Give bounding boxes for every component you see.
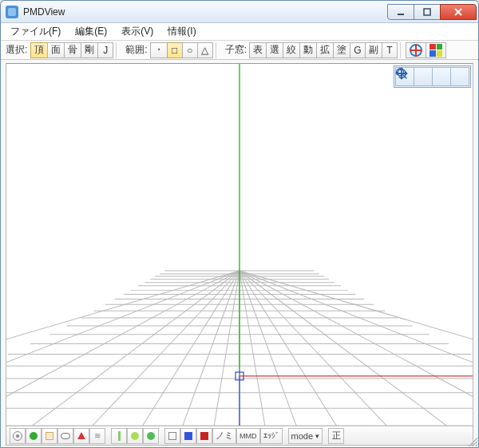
svg-rect-1	[424, 9, 430, 15]
green-dot-icon	[30, 432, 38, 440]
sub-select-button[interactable]: 選	[266, 42, 283, 58]
menu-file[interactable]: ファイル(F)	[4, 22, 67, 41]
sb-edge-button[interactable]: ｴｯｼﾞ	[260, 428, 283, 444]
sb-lime-dot-button[interactable]	[127, 428, 143, 444]
range-square-button[interactable]: □	[167, 42, 183, 58]
lime-dot-icon	[131, 432, 139, 440]
menu-info[interactable]: 情報(I)	[161, 22, 202, 41]
red-sq-icon	[200, 432, 208, 440]
titlebar[interactable]: PMDView	[1, 1, 478, 23]
range-circle-button[interactable]: ○	[182, 42, 198, 58]
menu-edit[interactable]: 編集(E)	[69, 22, 113, 41]
sb-red-sq-button[interactable]	[196, 428, 212, 444]
minimize-button[interactable]	[387, 4, 414, 20]
sub-g-button[interactable]: G	[350, 42, 366, 58]
red-tri-icon	[77, 432, 85, 439]
sub-display-button[interactable]: 表	[249, 42, 267, 58]
mode-label: mode	[291, 431, 314, 441]
grid-render	[6, 64, 473, 426]
select-j-button[interactable]: J	[97, 42, 113, 58]
select-rigid-button[interactable]: 剛	[81, 42, 98, 58]
content-area: ≋ ノミ MMD ｴｯｼﾞ mode▾ 正	[6, 63, 473, 446]
sub-sub-button[interactable]: 副	[365, 42, 382, 58]
app-icon	[6, 6, 18, 18]
range-label: 範囲:	[122, 43, 150, 57]
rotate-button[interactable]	[450, 67, 469, 86]
sb-orange-sq-button[interactable]	[42, 428, 57, 444]
range-triangle-button[interactable]: △	[197, 42, 213, 58]
maximize-button[interactable]	[414, 4, 441, 20]
sub-narrow-button[interactable]: 絞	[283, 42, 300, 58]
orange-square-icon	[46, 432, 53, 440]
sb-sei-button[interactable]: 正	[328, 428, 344, 444]
sb-concentric-button[interactable]	[10, 428, 26, 444]
minimize-icon	[397, 8, 405, 16]
select-face-button[interactable]: 面	[47, 42, 65, 58]
svg-rect-0	[398, 14, 404, 15]
sb-band-button[interactable]	[57, 428, 73, 444]
blue-sq-icon	[184, 432, 192, 440]
status-bar: ≋ ノミ MMD ｴｯｼﾞ mode▾ 正	[6, 426, 473, 445]
select-bone-button[interactable]: 骨	[64, 42, 81, 58]
sb-box-button[interactable]	[164, 428, 180, 444]
close-button[interactable]	[440, 4, 477, 20]
select-label: 選択:	[2, 43, 30, 57]
green2-dot-icon	[147, 432, 155, 440]
outline-box-icon	[168, 432, 176, 440]
toolbar-main: 選択: 頂 面 骨 剛 J 範囲: ・ □ ○ △ 子窓: 表 選 絞 動 拡 …	[1, 41, 478, 60]
sub-move-button[interactable]: 動	[299, 42, 317, 58]
target-icon	[410, 44, 422, 57]
window-title: PMDView	[23, 6, 388, 18]
chevron-down-icon: ▾	[315, 432, 319, 440]
zoom-button[interactable]	[432, 67, 451, 86]
sub-expand-button[interactable]: 拡	[316, 42, 334, 58]
green-bar-icon	[118, 431, 121, 441]
separator	[116, 42, 120, 58]
separator	[216, 42, 220, 58]
grid4-icon	[430, 44, 442, 57]
range-dot-button[interactable]: ・	[150, 42, 168, 58]
maximize-icon	[423, 8, 431, 16]
menu-bar: ファイル(F) 編集(E) 表示(V) 情報(I)	[1, 23, 478, 41]
concentric-icon	[13, 431, 22, 441]
sb-nomi-button[interactable]: ノミ	[212, 428, 236, 444]
subwindow-label: 子窓:	[222, 43, 250, 57]
app-window: PMDView ファイル(F) 編集(E) 表示(V) 情報(I) 選択: 頂 …	[0, 0, 479, 448]
select-vertex-button[interactable]: 頂	[30, 42, 48, 58]
sub-t-button[interactable]: T	[382, 42, 398, 58]
pill-icon	[61, 433, 70, 439]
target-mode-button[interactable]	[406, 42, 426, 58]
sb-red-tri-button[interactable]	[73, 428, 89, 444]
sb-mmd-button[interactable]: MMD	[236, 428, 260, 444]
resize-grip[interactable]	[466, 435, 477, 446]
sb-green2-dot-button[interactable]	[143, 428, 159, 444]
sb-wave-button[interactable]: ≋	[89, 428, 105, 444]
window-buttons	[388, 4, 477, 20]
mode-dropdown[interactable]: mode▾	[288, 428, 323, 444]
rotate-icon	[394, 66, 409, 81]
sub-paint-button[interactable]: 塗	[333, 42, 350, 58]
sb-blue-sq-button[interactable]	[180, 428, 196, 444]
separator	[400, 42, 404, 58]
wave-icon: ≋	[94, 431, 101, 440]
menu-view[interactable]: 表示(V)	[115, 22, 160, 41]
move-button[interactable]	[414, 67, 433, 86]
quad-view-button[interactable]	[426, 42, 446, 58]
manipulator-panel	[394, 65, 471, 88]
viewport-3d[interactable]	[6, 64, 473, 426]
close-icon	[454, 8, 462, 16]
sb-green-bar-button[interactable]	[111, 428, 127, 444]
sb-green-dot-button[interactable]	[26, 428, 42, 444]
